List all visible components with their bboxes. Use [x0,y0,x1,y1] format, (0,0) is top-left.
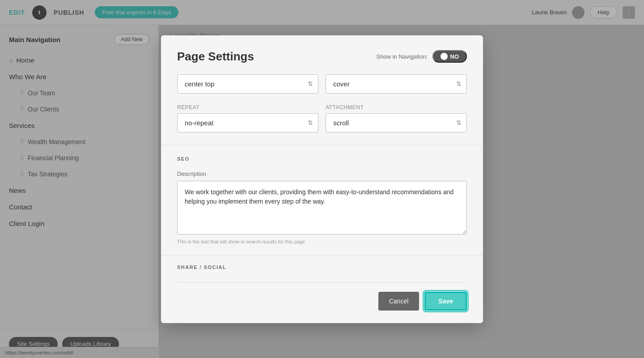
show-nav-label: Show in Navigation: [377,53,428,60]
repeat-dropdown-wrapper: no-repeat repeat repeat-x repeat-y ⇅ [177,113,318,132]
modal-header: Page Settings Show in Navigation: NO [177,50,467,64]
description-label: Description [177,170,467,177]
page-settings-modal: Page Settings Show in Navigation: NO cen… [161,35,483,323]
show-in-navigation-section: Show in Navigation: NO [377,50,467,63]
attachment-field: Attachment scroll fixed ⇅ [326,104,467,132]
size-dropdown-wrapper: cover contain auto ⇅ [326,74,467,94]
toggle-label: NO [450,53,459,60]
position-dropdown[interactable]: center top center center center bottom l… [177,74,318,94]
seo-heading: SEO [177,156,467,162]
modal-title: Page Settings [177,50,254,64]
description-textarea[interactable]: We work together with our clients, provi… [177,181,467,234]
toggle-circle [441,53,448,60]
repeat-attachment-row: Repeat no-repeat repeat repeat-x repeat-… [177,104,467,132]
modal-overlay[interactable]: Page Settings Show in Navigation: NO cen… [0,0,644,358]
position-size-row: center top center center center bottom l… [177,74,467,94]
attachment-dropdown-wrapper: scroll fixed ⇅ [326,113,467,132]
attachment-dropdown[interactable]: scroll fixed [326,113,467,132]
description-field: Description We work together with our cl… [177,170,467,244]
repeat-label: Repeat [177,104,318,111]
size-dropdown[interactable]: cover contain auto [326,74,467,94]
divider-1 [161,145,483,145]
repeat-dropdown[interactable]: no-repeat repeat repeat-x repeat-y [177,113,318,132]
save-button[interactable]: Save [424,292,467,311]
repeat-field: Repeat no-repeat repeat repeat-x repeat-… [177,104,318,132]
share-social-heading: SHARE / SOCIAL [177,256,467,270]
position-dropdown-wrapper: center top center center center bottom l… [177,74,318,94]
modal-footer: Cancel Save [177,282,467,311]
attachment-label: Attachment [326,104,467,111]
description-hint: This is the text that will show in searc… [177,239,467,244]
show-nav-toggle[interactable]: NO [432,50,467,63]
cancel-button[interactable]: Cancel [378,292,419,311]
